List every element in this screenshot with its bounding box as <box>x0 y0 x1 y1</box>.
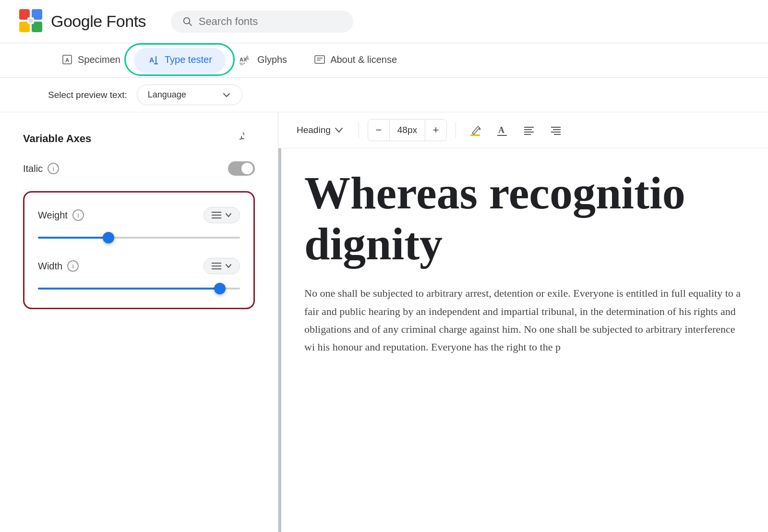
variable-axes-header: Variable Axes <box>23 130 255 148</box>
width-info-icon[interactable]: i <box>67 260 79 272</box>
width-label-row: Width i <box>38 260 79 272</box>
width-list-icon <box>212 262 221 270</box>
svg-rect-5 <box>29 19 33 23</box>
tab-glyphs-label: Glyphs <box>257 54 287 65</box>
width-header: Width i <box>38 258 240 274</box>
underline-button[interactable]: A <box>492 120 513 141</box>
width-dropdown-icon <box>225 264 232 268</box>
tab-specimen[interactable]: A Specimen <box>48 43 134 77</box>
refresh-icon <box>240 133 252 145</box>
width-slider[interactable] <box>38 284 240 293</box>
chevron-down-icon <box>222 90 231 100</box>
language-label: Language <box>148 90 186 100</box>
size-controls: − 48px + <box>368 119 447 141</box>
fill-color-button[interactable] <box>465 120 486 141</box>
italic-label-row: Italic i <box>23 163 59 174</box>
align-right-button[interactable] <box>545 120 566 141</box>
toolbar-divider-1 <box>359 122 359 138</box>
list-icon <box>212 211 221 219</box>
header: Google Fonts <box>0 0 768 43</box>
fill-color-icon <box>468 123 482 137</box>
width-section: Width i <box>38 258 240 293</box>
tab-glyphs[interactable]: AX & %* Glyphs <box>226 43 300 77</box>
main-content: Variable Axes Italic i <box>0 112 768 532</box>
specimen-icon: A <box>61 54 73 65</box>
increase-size-button[interactable]: + <box>425 120 446 141</box>
svg-rect-16 <box>315 56 324 63</box>
toolbar-divider-2 <box>456 122 456 138</box>
width-list-button[interactable] <box>204 258 240 274</box>
width-slider-thumb[interactable] <box>214 283 226 294</box>
preview-selector-row: Select preview text: Language <box>0 78 768 112</box>
preview-body: No one shall be subjected to arbitrary a… <box>304 284 745 356</box>
underline-icon: A <box>495 123 509 137</box>
variable-axes-box: Weight i <box>23 191 255 309</box>
toggle-knob <box>241 163 253 174</box>
svg-text:A: A <box>498 125 504 135</box>
about-icon <box>314 54 325 65</box>
size-value: 48px <box>389 120 425 141</box>
weight-info-icon[interactable]: i <box>72 209 84 221</box>
weight-dropdown-icon <box>225 213 232 218</box>
search-icon <box>182 16 193 27</box>
width-slider-track <box>38 288 240 290</box>
language-dropdown[interactable]: Language <box>137 85 242 105</box>
weight-label-row: Weight i <box>38 209 84 221</box>
type-tester-icon: A <box>147 53 160 66</box>
weight-slider-thumb[interactable] <box>103 232 114 243</box>
tab-about-label: About & license <box>330 54 397 65</box>
svg-text:&: & <box>246 55 249 60</box>
svg-text:A: A <box>149 56 154 64</box>
left-panel: Variable Axes Italic i <box>0 112 278 532</box>
italic-row: Italic i <box>23 161 255 176</box>
search-input[interactable] <box>199 15 342 28</box>
weight-list-button[interactable] <box>204 207 240 223</box>
italic-info-icon[interactable]: i <box>48 163 59 174</box>
align-left-icon <box>522 123 536 137</box>
toolbar: Heading − 48px + <box>278 112 768 148</box>
svg-line-7 <box>189 23 192 25</box>
align-left-button[interactable] <box>518 120 540 141</box>
glyphs-icon: AX & %* <box>239 54 252 65</box>
search-bar[interactable] <box>171 11 353 33</box>
preview-text-label: Select preview text: <box>48 90 127 100</box>
italic-toggle[interactable] <box>228 161 255 176</box>
heading-label: Heading <box>297 125 331 135</box>
align-right-icon <box>549 123 563 137</box>
weight-slider-track <box>38 237 240 239</box>
weight-slider-fill <box>38 237 108 239</box>
tab-type-tester-label: Type tester <box>165 54 212 65</box>
italic-label: Italic <box>23 163 43 174</box>
tab-type-tester[interactable]: A Type tester <box>134 48 226 73</box>
width-slider-fill <box>38 288 220 290</box>
weight-slider[interactable] <box>38 233 240 242</box>
svg-text:A: A <box>65 57 69 63</box>
tab-specimen-label: Specimen <box>78 54 120 65</box>
weight-header: Weight i <box>38 207 240 223</box>
nav-tabs: A Specimen A Type tester AX & %* Glyphs … <box>0 43 768 78</box>
weight-label: Weight <box>38 210 68 221</box>
svg-text:%*: %* <box>240 61 245 65</box>
google-logo <box>19 9 44 34</box>
right-panel: Heading − 48px + <box>278 112 768 532</box>
variable-axes-title: Variable Axes <box>23 133 91 145</box>
preview-heading: Whereas recognitiodignity <box>304 168 745 269</box>
refresh-button[interactable] <box>237 130 255 148</box>
tab-about[interactable]: About & license <box>300 43 410 77</box>
heading-dropdown[interactable]: Heading <box>290 121 350 139</box>
site-title: Google Fonts <box>51 12 146 31</box>
logo-area: Google Fonts <box>19 9 146 34</box>
preview-area[interactable]: Whereas recognitiodignity No one shall b… <box>281 148 768 532</box>
width-label: Width <box>38 261 62 272</box>
weight-section: Weight i <box>38 207 240 242</box>
heading-chevron-icon <box>335 127 343 133</box>
decrease-size-button[interactable]: − <box>368 120 389 141</box>
svg-rect-25 <box>470 134 480 136</box>
